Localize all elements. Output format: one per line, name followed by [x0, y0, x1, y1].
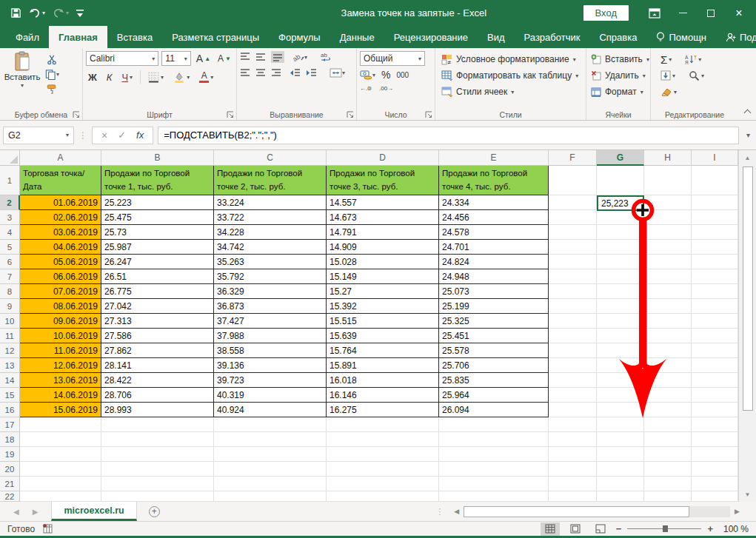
empty-cell[interactable]: [214, 462, 327, 477]
empty-cell[interactable]: [644, 373, 692, 388]
empty-cell[interactable]: [549, 491, 597, 502]
empty-cell[interactable]: [597, 373, 644, 388]
empty-cell[interactable]: [597, 403, 644, 417]
minimize-button[interactable]: [670, 4, 695, 23]
value-cell[interactable]: 25.073: [439, 284, 549, 299]
autosum-button[interactable]: Σ▾: [658, 53, 674, 67]
empty-cell[interactable]: [644, 358, 692, 373]
tab-разметка страницы[interactable]: Разметка страницы: [162, 26, 269, 48]
value-cell[interactable]: 33.224: [214, 195, 327, 210]
value-cell[interactable]: 28.993: [101, 403, 214, 417]
paste-dropdown-icon[interactable]: ▾: [21, 82, 24, 89]
value-cell[interactable]: 39.723: [214, 373, 327, 388]
empty-cell[interactable]: [597, 255, 644, 269]
value-cell[interactable]: 34.742: [214, 240, 327, 255]
empty-cell[interactable]: [597, 388, 644, 403]
empty-cell[interactable]: [692, 269, 738, 284]
fill-button[interactable]: ▾: [658, 70, 678, 81]
empty-cell[interactable]: [692, 166, 738, 195]
value-cell[interactable]: 36.873: [214, 299, 327, 314]
collapse-ribbon-icon[interactable]: [744, 110, 752, 117]
empty-cell[interactable]: [101, 447, 214, 462]
empty-cell[interactable]: [597, 432, 644, 447]
paste-button[interactable]: Вставить ▾: [3, 51, 41, 89]
empty-cell[interactable]: [549, 447, 597, 462]
value-cell[interactable]: 25.964: [439, 388, 549, 403]
row-header-1[interactable]: 1: [0, 166, 20, 195]
empty-cell[interactable]: [644, 388, 692, 403]
row-header-13[interactable]: 13: [0, 358, 20, 373]
date-cell[interactable]: 04.06.2019: [20, 240, 101, 255]
empty-cell[interactable]: [597, 358, 644, 373]
value-cell[interactable]: 37.988: [214, 329, 327, 343]
vertical-scroll-thumb[interactable]: [743, 167, 753, 411]
empty-cell[interactable]: [692, 240, 738, 255]
value-cell[interactable]: 15.27: [327, 284, 439, 299]
row-header-16[interactable]: 16: [0, 403, 20, 417]
empty-cell[interactable]: [214, 432, 327, 447]
empty-cell[interactable]: [549, 225, 597, 240]
value-cell[interactable]: 40.924: [214, 403, 327, 417]
date-cell[interactable]: 02.06.2019: [20, 210, 101, 225]
empty-cell[interactable]: [549, 255, 597, 269]
empty-cell[interactable]: [214, 477, 327, 491]
prev-sheet-icon[interactable]: ◀: [13, 508, 19, 516]
value-cell[interactable]: 15.639: [327, 329, 439, 343]
value-cell[interactable]: 15.149: [327, 269, 439, 284]
column-header-g[interactable]: G: [597, 150, 644, 166]
empty-cell[interactable]: [549, 343, 597, 358]
scroll-up-icon[interactable]: ▲: [739, 150, 756, 165]
value-cell[interactable]: 28.141: [101, 358, 214, 373]
value-cell[interactable]: 28.422: [101, 373, 214, 388]
value-cell[interactable]: 14.557: [327, 195, 439, 210]
insert-function-icon[interactable]: fx: [136, 130, 144, 141]
value-cell[interactable]: 25.475: [101, 210, 214, 225]
empty-cell[interactable]: [549, 432, 597, 447]
number-format-combo[interactable]: Общий▾: [360, 51, 425, 66]
value-cell[interactable]: 28.706: [101, 388, 214, 403]
row-header-15[interactable]: 15: [0, 388, 20, 403]
value-cell[interactable]: 15.764: [327, 343, 439, 358]
zoom-slider[interactable]: [627, 528, 701, 529]
empty-cell[interactable]: [20, 462, 101, 477]
value-cell[interactable]: 24.701: [439, 240, 549, 255]
cut-icon[interactable]: [44, 54, 59, 65]
column-header-f[interactable]: F: [549, 150, 597, 166]
value-cell[interactable]: 14.673: [327, 210, 439, 225]
date-cell[interactable]: 08.06.2019: [20, 299, 101, 314]
empty-cell[interactable]: [692, 284, 738, 299]
value-cell[interactable]: 26.51: [101, 269, 214, 284]
value-cell[interactable]: 25.325: [439, 314, 549, 329]
value-cell[interactable]: 24.578: [439, 225, 549, 240]
empty-cell[interactable]: [439, 462, 549, 477]
value-cell[interactable]: 36.329: [214, 284, 327, 299]
align-middle-icon[interactable]: [255, 53, 266, 61]
comma-style-icon[interactable]: 000: [396, 71, 409, 79]
format-painter-icon[interactable]: [44, 84, 59, 95]
formula-bar-splitter[interactable]: ⋮: [78, 130, 87, 141]
empty-cell[interactable]: [101, 477, 214, 491]
empty-cell[interactable]: [101, 432, 214, 447]
empty-cell[interactable]: [549, 284, 597, 299]
redo-dropdown-icon[interactable]: ▾: [66, 10, 69, 16]
row-header-19[interactable]: 19: [0, 447, 20, 462]
font-dialog-launcher-icon[interactable]: [227, 110, 234, 118]
date-cell[interactable]: 15.06.2019: [20, 403, 101, 417]
empty-cell[interactable]: [692, 343, 738, 358]
empty-cell[interactable]: [597, 417, 644, 432]
value-cell[interactable]: 35.263: [214, 255, 327, 269]
row-header-6[interactable]: 6: [0, 255, 20, 269]
redo-icon[interactable]: ▾: [53, 8, 69, 19]
empty-cell[interactable]: [692, 447, 738, 462]
empty-cell[interactable]: [549, 195, 597, 210]
cell-styles-button[interactable]: Стили ячеек▾: [441, 84, 583, 100]
orientation-icon[interactable]: ab▾: [292, 52, 307, 62]
empty-cell[interactable]: [692, 403, 738, 417]
ribbon-display-options-icon[interactable]: [642, 4, 667, 23]
row-header-3[interactable]: 3: [0, 210, 20, 225]
empty-cell[interactable]: [644, 240, 692, 255]
date-cell[interactable]: 13.06.2019: [20, 373, 101, 388]
value-cell[interactable]: 25.73: [101, 225, 214, 240]
undo-icon[interactable]: ▾: [29, 8, 45, 19]
date-cell[interactable]: 14.06.2019: [20, 388, 101, 403]
